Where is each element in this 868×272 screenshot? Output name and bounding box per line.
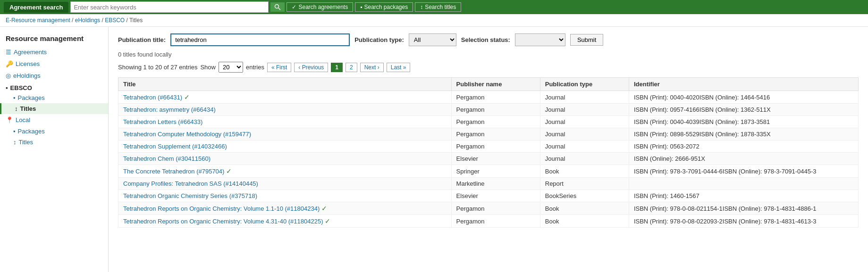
cell-identifier: ISBN (Print): 0898-5529ISBN (Online): 18… [629,128,858,140]
pagination-next-button[interactable]: Next › [360,63,384,72]
sidebar-item-local-packages[interactable]: ▪ Packages [0,126,108,137]
cell-title: Company Profiles: Tetrahedron SAS (#1414… [118,178,452,190]
cell-title: Tetrahedron Reports on Organic Chemistry… [118,215,452,228]
cell-pubtype: Journal [540,91,629,104]
main-layout: Resource management ☰ Agreements 🔑 Licen… [0,27,868,272]
pagination-page-2-button[interactable]: 2 [346,63,357,72]
cell-publisher: Pergamon [451,128,540,140]
table-row: Company Profiles: Tetrahedron SAS (#1414… [118,178,859,190]
table-row: Tetrahedron Supplement (#14032466)Pergam… [118,140,859,153]
top-search-input[interactable] [70,1,269,13]
show-entries-select[interactable]: 10 20 50 100 [219,62,243,73]
title-link[interactable]: Tetrahedron Reports on Organic Chemistry… [123,205,320,212]
list-icon: ↕ [420,4,423,10]
pub-type-select[interactable]: All Journal Book Report BookSeries [409,33,456,46]
pagination-prev-button[interactable]: ‹ Previous [294,63,328,72]
title-link[interactable]: Tetrahedron Chem (#30411560) [123,155,211,162]
cell-pubtype: Journal [540,104,629,116]
cell-publisher: Pergamon [451,91,540,104]
search-titles-button[interactable]: ↕ Search titles [415,2,461,12]
table-row: Tetrahedron Computer Methodology (#15947… [118,128,859,140]
top-search-go-button[interactable] [270,2,285,12]
active-tab-label[interactable]: Agreement search [4,2,68,13]
col-header-identifier: Identifier [629,78,858,91]
sidebar-item-packages[interactable]: ▪ Packages [0,92,108,103]
cell-publisher: Pergamon [451,140,540,153]
cell-identifier: ISBN (Print): 0957-4166ISBN (Online): 13… [629,104,858,116]
breadcrumb: E-Resource management / eHoldings / EBSC… [0,14,868,27]
selected-checkmark-icon: ✓ [320,205,327,212]
title-link[interactable]: Tetrahedron (#66431) [123,94,182,101]
title-link[interactable]: Tetrahedron Supplement (#14032466) [123,143,227,150]
sidebar-title: Resource management [0,33,108,46]
cell-identifier: ISBN (Print): 978-0-08-021154-1ISBN (Onl… [629,202,858,215]
circle-check-icon: ✓ [292,4,296,10]
cell-identifier: ISBN (Print): 978-3-7091-0444-6ISBN (Onl… [629,165,858,178]
dot-icon: ▪ [6,84,8,91]
pub-type-label: Publication type: [354,36,404,43]
search-form: Publication title: Publication type: All… [118,33,859,46]
search-packages-button[interactable]: ▪ Search packages [355,2,413,12]
title-link[interactable]: The Concrete Tetrahedron (#795704) [123,168,224,175]
entries-label: entries [246,64,264,71]
title-link[interactable]: Tetrahedron: asymmetry (#66434) [123,106,216,113]
cell-publisher: Pergamon [451,202,540,215]
sidebar-item-local-titles[interactable]: ↕ Titles [0,137,108,148]
pagination-last-button[interactable]: Last » [387,63,411,72]
sidebar-item-titles[interactable]: ↕ Titles [0,103,108,114]
box-icon: ▪ [360,4,362,10]
breadcrumb-ebsco[interactable]: EBSCO [105,17,125,24]
pagination-first-button[interactable]: « First [267,63,291,72]
circle-icon: ◎ [6,72,11,79]
breadcrumb-titles: Titles [129,17,143,24]
col-header-publisher: Publisher name [451,78,540,91]
svg-line-1 [278,8,280,10]
selection-status-label: Selection status: [461,36,510,43]
title-link[interactable]: Tetrahedron Reports on Organic Chemistry… [123,218,323,225]
title-link[interactable]: Company Profiles: Tetrahedron SAS (#1414… [123,180,258,187]
cell-identifier: ISBN (Print): 1460-1567 [629,190,858,202]
cell-identifier [629,178,858,190]
cell-publisher: Pergamon [451,104,540,116]
title-link[interactable]: Tetrahedron Organic Chemistry Series (#3… [123,192,257,199]
key-icon: 🔑 [6,60,13,67]
cell-publisher: Springer [451,165,540,178]
cell-title: Tetrahedron Organic Chemistry Series (#3… [118,190,452,202]
cell-pubtype: Book [540,202,629,215]
show-label: Show [200,64,216,71]
pagination-row: Showing 1 to 20 of 27 entries Show 10 20… [118,62,859,73]
content-area: Publication title: Publication type: All… [109,27,868,272]
pub-title-input[interactable] [170,33,350,46]
selection-status-select[interactable]: Selected Not selected [515,33,565,46]
sidebar-item-licenses[interactable]: 🔑 Licenses [0,58,108,70]
sidebar-item-local[interactable]: 📍 Local [0,114,108,126]
search-agreements-button[interactable]: ✓ Search agreements [287,2,353,12]
cell-identifier: ISBN (Online): 2666-951X [629,153,858,165]
breadcrumb-eholdings[interactable]: eHoldings [75,17,100,24]
submit-button[interactable]: Submit [570,34,603,46]
cell-pubtype: Journal [540,153,629,165]
cell-title: Tetrahedron (#66431) ✓ [118,91,452,104]
cell-publisher: Pergamon [451,215,540,228]
sidebar-group-ebsco[interactable]: ▪ EBSCO [0,82,108,92]
col-header-pubtype: Publication type [540,78,629,91]
pagination-page-1-button[interactable]: 1 [331,63,343,72]
pin-icon: 📍 [6,116,13,124]
cell-title: Tetrahedron Supplement (#14032466) [118,140,452,153]
breadcrumb-erm[interactable]: E-Resource management [6,17,70,24]
results-summary: 0 titles found locally [118,51,859,58]
cell-pubtype: Journal [540,140,629,153]
sidebar-item-agreements[interactable]: ☰ Agreements [0,46,108,58]
cell-identifier: ISBN (Print): 0040-4020ISBN (Online): 14… [629,91,858,104]
title-link[interactable]: Tetrahedron Computer Methodology (#15947… [123,131,251,138]
title-link[interactable]: Tetrahedron Letters (#66433) [123,118,202,125]
cell-title: Tetrahedron Letters (#66433) [118,116,452,128]
selected-checkmark-icon: ✓ [323,217,330,225]
table-row: Tetrahedron Reports on Organic Chemistry… [118,202,859,215]
cell-identifier: ISBN (Print): 0040-4039ISBN (Online): 18… [629,116,858,128]
col-header-title: Title [118,78,452,91]
table-row: The Concrete Tetrahedron (#795704) ✓Spri… [118,165,859,178]
table-row: Tetrahedron Chem (#30411560)ElsevierJour… [118,153,859,165]
cell-publisher: Pergamon [451,116,540,128]
sidebar-item-eholdings[interactable]: ◎ eHoldings [0,70,108,82]
